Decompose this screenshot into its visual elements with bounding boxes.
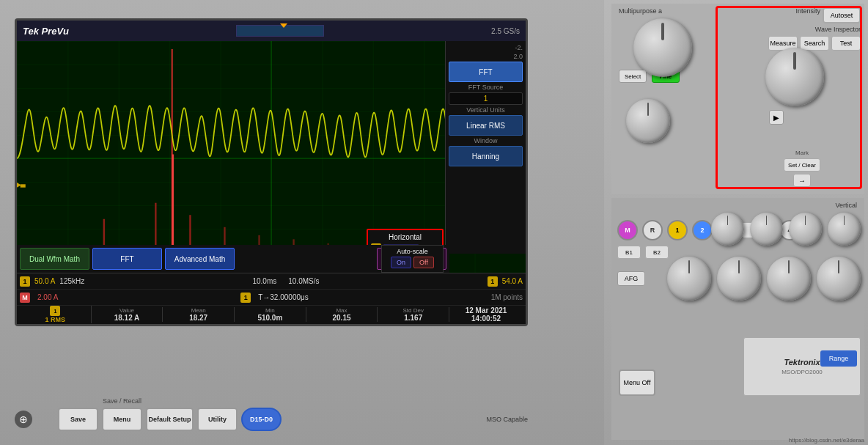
meas-value: Value 18.12 A <box>92 307 163 322</box>
usb-icon: ⊕ <box>15 411 32 428</box>
select-button[interactable]: Select <box>619 70 647 83</box>
advanced-math-btn[interactable]: Advanced Math <box>165 248 235 270</box>
oscilloscope-screen: Tek PreVu 2.5 GS/s <box>15 18 528 326</box>
mso-label: MSO Capable <box>486 416 528 423</box>
set-clear-btn[interactable]: Set / Clear <box>784 158 820 172</box>
utility-btn[interactable]: Utility <box>197 408 238 431</box>
autoscale-label: Auto-scale <box>384 248 441 255</box>
rms-badge: 1 <box>50 306 60 316</box>
rms-label: 1 RMS <box>45 316 66 323</box>
screen-header: Tek PreVu 2.5 GS/s <box>17 21 526 41</box>
save-recall-menu-btn[interactable]: Menu <box>102 408 142 431</box>
ch1-trigger-badge: 1 <box>240 293 251 303</box>
physical-buttons-row: ⊕ Save Save / Recall Menu Default Setup … <box>15 401 528 438</box>
multipurpose-a-label: Multipurpose a <box>619 7 662 15</box>
tektronix-label: Tektronix <box>784 358 820 367</box>
pan-knob[interactable] <box>765 48 824 106</box>
stddev-num: 1.167 <box>404 314 422 322</box>
ch2-button[interactable]: 2 <box>692 220 713 240</box>
mark-group: Mark Set / Clear → <box>784 150 820 187</box>
trigger-time: T→32.00000μs <box>258 293 309 301</box>
ch2-pos-knob[interactable] <box>750 213 783 246</box>
ref-button[interactable]: R <box>642 220 663 240</box>
m-amplitude: 2.00 A <box>37 293 58 301</box>
value-label: Value <box>119 307 134 314</box>
autoset-button[interactable]: Autoset <box>823 7 861 23</box>
ch1-button[interactable]: 1 <box>667 220 688 240</box>
horiz-title: Horizontal <box>371 233 439 241</box>
dual-wfm-btn[interactable]: Dual Wfm Math <box>20 248 89 270</box>
vertical-units-btn[interactable]: Linear RMS <box>449 115 523 136</box>
fft-source-label: FFT Source <box>449 84 523 91</box>
save-recall-label: Save / Recall <box>103 397 141 405</box>
meas-mean: Mean 18.27 <box>163 307 235 322</box>
watermark: https://blog.csdn.net/e3deraa <box>789 437 864 444</box>
ch2-scale-knob[interactable] <box>717 257 761 301</box>
menu-off-button[interactable]: Menu Off <box>619 369 655 396</box>
range-button[interactable]: Range <box>820 350 857 367</box>
mean-num: 18.27 <box>189 314 207 322</box>
bus1-btn[interactable]: B1 <box>617 246 641 259</box>
stddev-label: Std Dev <box>402 307 423 314</box>
autoscale-box: Auto-scale On Off <box>381 245 444 273</box>
intensity-label: Intensity <box>795 7 820 15</box>
ch3-pos-knob[interactable] <box>789 213 822 246</box>
value-num: 18.12 A <box>114 314 140 322</box>
ch1-right: 54.0 A <box>502 277 523 285</box>
vertical-units-label: Vertical Units <box>449 106 523 114</box>
datetime-box: 12 Mar 2021 14:00:52 <box>449 306 523 323</box>
points-label: 1M points <box>491 293 523 301</box>
arrow-btn[interactable]: → <box>793 174 811 187</box>
ch1-scale-knob[interactable] <box>667 257 711 301</box>
meas-min: Min 510.0m <box>235 307 306 322</box>
ch1-freq: 125kHz <box>59 277 84 285</box>
meas-stddev: Std Dev 1.167 <box>378 307 449 322</box>
bus2-btn[interactable]: B2 <box>645 246 669 259</box>
oscilloscope-body: Tek PreVu 2.5 GS/s <box>0 0 608 445</box>
screen-status: 1 50.0 A 125kHz 10.0ms 10.0MS/s 1 54.0 A… <box>17 273 526 324</box>
autoscale-off-btn[interactable]: Off <box>413 257 434 268</box>
play-button[interactable]: ▶ <box>769 110 784 125</box>
search-btn[interactable]: Search <box>800 36 829 51</box>
scale-knobs <box>667 257 861 301</box>
math-button[interactable]: M <box>617 220 638 240</box>
trigger-marker <box>280 23 287 28</box>
sample-rate: 2.5 GS/s <box>491 27 520 35</box>
channel-knobs <box>711 213 861 246</box>
hardware-right-panel: Multipurpose a Intensity Autoset Wave In… <box>604 0 868 445</box>
status-row2: M 2.00 A 1 T→32.00000μs 1M points <box>17 290 526 306</box>
ch-neg2: -2. <box>449 44 523 51</box>
save-button[interactable]: Save <box>58 408 98 431</box>
mark-label: Mark <box>795 150 809 156</box>
time: 14:00:52 <box>471 315 501 323</box>
afg-button[interactable]: AFG <box>617 271 645 286</box>
vertical-label: Vertical <box>835 202 857 209</box>
multipurpose-b-knob[interactable] <box>626 99 670 143</box>
fft-source-value: 1 <box>449 92 523 105</box>
test-btn[interactable]: Test <box>831 36 861 51</box>
bottom-right-section: Vertical M R 1 2 3 Menu 4 B1 B2 AFG <box>611 198 864 440</box>
ch3-scale-knob[interactable] <box>767 257 811 301</box>
ch1-badge: 1 <box>20 276 30 287</box>
wave-inspector-buttons: Measure Search Test <box>768 36 861 51</box>
fft-button[interactable]: FFT <box>449 62 523 82</box>
autoscale-buttons: On Off <box>384 257 441 268</box>
default-setup-btn[interactable]: Default Setup <box>146 408 194 431</box>
wave-inspector-label: Wave Inspector <box>815 26 861 33</box>
model-label: MSO/DPO2000 <box>781 369 823 375</box>
d15-d0-btn[interactable]: D15-D0 <box>241 408 282 431</box>
ch1-pos-knob[interactable] <box>711 213 744 246</box>
meas-rms: 1 1 RMS <box>20 306 92 323</box>
meas-max: Max 20.15 <box>306 307 378 322</box>
ch1-amplitude: 50.0 A <box>34 277 55 285</box>
autoscale-on-btn[interactable]: On <box>391 257 411 268</box>
afg-group: AFG <box>617 271 645 286</box>
fft-soft-btn[interactable]: FFT <box>92 248 162 270</box>
ch4-scale-knob[interactable] <box>817 257 861 301</box>
ch4-pos-knob[interactable] <box>828 213 861 246</box>
trigger-indicator <box>236 25 324 37</box>
window-btn[interactable]: Hanning <box>449 146 523 166</box>
multipurpose-a-knob[interactable] <box>633 18 692 77</box>
save-recall-group: Save / Recall Menu <box>102 408 142 431</box>
min-num: 510.0m <box>257 314 282 322</box>
